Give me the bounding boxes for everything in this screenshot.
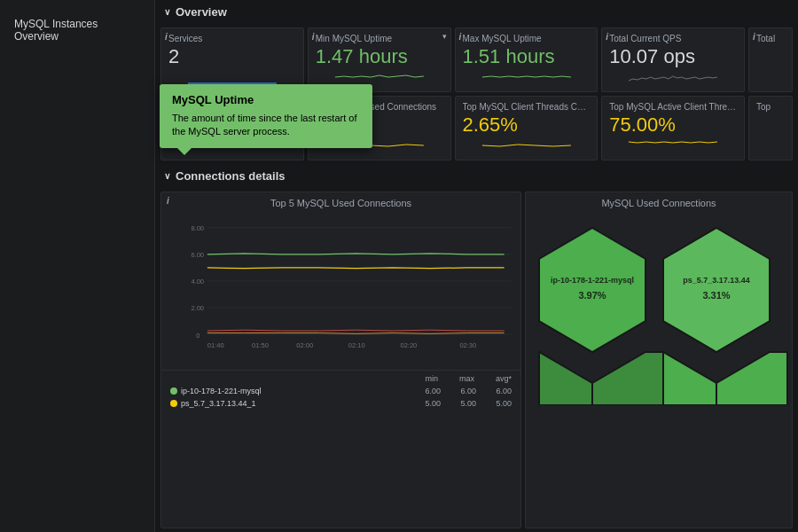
connections-label: Connections details: [176, 169, 286, 183]
legend-header-max: max: [459, 374, 474, 383]
line-chart-svg: 8.00 6.00 4.00 2.00 0 01:: [170, 210, 512, 370]
uptime-tooltip: MySQL Uptime The amount of time since th…: [160, 84, 372, 148]
legend-max-1: 5.00: [441, 399, 476, 408]
card-top-client-threads: Top MySQL Client Threads Conn... 2.65%: [455, 96, 598, 160]
svg-text:02:00: 02:00: [296, 341, 313, 349]
svg-text:0: 0: [196, 332, 200, 340]
card-top-active-threads: Top MySQL Active Client Threads 75.00%: [601, 96, 745, 160]
hex-chart-panel: MySQL Used Connections ip-10-178-1-221-m…: [525, 192, 793, 528]
legend-row-1: ps_5.7_3.17.13.44_1 5.00 5.00 5.00: [170, 397, 512, 410]
legend-min-0: 6.00: [405, 387, 441, 395]
sparkline-min-uptime: [316, 70, 443, 84]
card-total-partial: i Total: [748, 27, 793, 92]
svg-text:6.00: 6.00: [191, 251, 204, 259]
legend-name-1: ps_5.7_3.17.13.44_1: [181, 399, 405, 408]
legend-header-min: min: [425, 374, 438, 383]
legend-header-avg: avg*: [496, 374, 512, 383]
card-info-icon4: i: [606, 32, 608, 42]
card-min-uptime: i ▾ Min MySQL Uptime 1.47 hours: [308, 27, 451, 92]
legend-dot-0: [170, 387, 177, 395]
svg-text:02:10: 02:10: [348, 341, 365, 349]
tooltip-body: The amount of time since the last restar…: [172, 112, 360, 139]
sparkline-row2-3: [609, 138, 737, 153]
legend-avg-1: 5.00: [476, 399, 512, 408]
svg-text:3.31%: 3.31%: [702, 290, 730, 301]
svg-text:2.00: 2.00: [191, 304, 204, 312]
line-chart-info-icon: i: [167, 196, 169, 206]
card-value-top-client-threads: 2.65%: [463, 115, 591, 135]
app-container: MySQL Instances Overview ∨ Overview i Se…: [0, 0, 798, 532]
line-chart-title: Top 5 MySQL Used Connections: [161, 192, 520, 210]
legend-min-1: 5.00: [405, 399, 441, 408]
legend-dot-1: [170, 400, 177, 407]
svg-marker-23: [539, 352, 592, 405]
card-label-services: Services: [168, 34, 296, 43]
connections-chevron: ∨: [164, 171, 170, 181]
card-info-icon: i: [165, 32, 168, 42]
main-content: ∨ Overview i Services 2 i ▾ Mi: [155, 0, 798, 532]
card-services: i Services 2: [160, 27, 304, 92]
svg-marker-24: [592, 352, 663, 405]
sparkline-row2-2: [463, 138, 591, 153]
chart-legend: min max avg* ip-10-178-1-221-mysql 6.00 …: [161, 370, 520, 413]
card-value-services: 2: [168, 47, 296, 66]
svg-text:ip-10-178-1-221-mysql: ip-10-178-1-221-mysql: [551, 276, 634, 285]
card-label-total: Total: [756, 34, 785, 43]
card-dropdown-chevron[interactable]: ▾: [442, 32, 447, 41]
card-value-min-uptime: 1.47 hours: [316, 47, 443, 66]
sidebar-title: MySQL Instances Overview: [0, 11, 154, 50]
card-label-top-partial: Top: [756, 102, 785, 112]
legend-avg-0: 6.00: [476, 387, 512, 395]
card-qps: i Total Current QPS 10.07 ops: [601, 27, 745, 92]
card-max-uptime: i Max MySQL Uptime 1.51 hours: [455, 27, 598, 92]
connections-header[interactable]: ∨ Connections details: [155, 164, 798, 188]
sparkline-qps: [609, 70, 737, 84]
svg-text:01:50: 01:50: [252, 341, 269, 349]
svg-text:4.00: 4.00: [191, 278, 204, 286]
svg-text:02:30: 02:30: [459, 341, 476, 349]
legend-row-0: ip-10-178-1-221-mysql 6.00 6.00 6.00: [170, 385, 512, 397]
card-label-qps: Total Current QPS: [609, 34, 737, 43]
svg-text:ps_5.7_3.17.13.44: ps_5.7_3.17.13.44: [683, 276, 750, 285]
svg-text:3.97%: 3.97%: [578, 290, 606, 301]
svg-text:01:40: 01:40: [207, 341, 224, 349]
hex-chart-svg: ip-10-178-1-221-mysql 3.97% ps_5.7_3.17.…: [526, 210, 792, 405]
line-chart-area: 8.00 6.00 4.00 2.00 0 01:: [161, 210, 520, 370]
card-label-max-uptime: Max MySQL Uptime: [463, 34, 591, 43]
card-label-min-uptime: Min MySQL Uptime: [316, 34, 443, 43]
connections-section: ∨ Connections details i Top 5 MySQL Used…: [155, 164, 798, 532]
line-chart-panel: i Top 5 MySQL Used Connections 8.00 6.00…: [160, 192, 521, 528]
hex-chart-area: ip-10-178-1-221-mysql 3.97% ps_5.7_3.17.…: [526, 210, 792, 405]
card-info-icon5: i: [753, 32, 755, 42]
card-value-top-active-threads: 75.00%: [609, 115, 737, 135]
svg-text:8.00: 8.00: [191, 224, 204, 232]
overview-header[interactable]: ∨ Overview: [155, 0, 798, 24]
legend-max-0: 6.00: [441, 387, 476, 395]
svg-text:02:20: 02:20: [400, 341, 417, 349]
card-info-icon3: i: [459, 32, 462, 42]
card-value-max-uptime: 1.51 hours: [463, 47, 591, 66]
tooltip-title: MySQL Uptime: [172, 93, 360, 106]
card-value-qps: 10.07 ops: [609, 47, 737, 66]
sidebar: MySQL Instances Overview: [0, 0, 155, 532]
overview-chevron: ∨: [164, 7, 170, 17]
hex-chart-title: MySQL Used Connections: [526, 192, 792, 210]
card-info-icon2: i: [312, 32, 315, 42]
svg-marker-25: [663, 352, 716, 405]
overview-label: Overview: [176, 5, 227, 19]
charts-area: i Top 5 MySQL Used Connections 8.00 6.00…: [155, 188, 798, 532]
card-label-top-client-threads: Top MySQL Client Threads Conn...: [463, 102, 591, 112]
sparkline-services: [168, 70, 296, 84]
svg-marker-26: [716, 352, 787, 405]
sparkline-max-uptime: [463, 70, 591, 84]
card-top-partial: Top: [748, 96, 793, 160]
card-label-top-active-threads: Top MySQL Active Client Threads: [609, 102, 737, 112]
legend-name-0: ip-10-178-1-221-mysql: [181, 387, 405, 395]
legend-header: min max avg*: [170, 372, 512, 385]
